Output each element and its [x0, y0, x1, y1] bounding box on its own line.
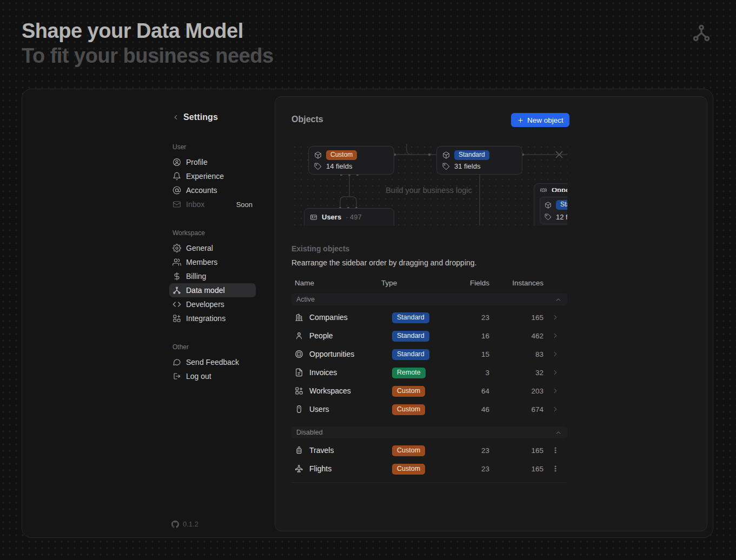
canvas-card-opportunities[interactable]: Opportunities Standard 12 fields	[534, 183, 567, 225]
sidebar-item-label: Members	[186, 258, 217, 266]
group-header-active[interactable]: Active	[291, 294, 567, 305]
type-badge: Remote	[392, 368, 426, 378]
object-name: Opportunities	[552, 188, 567, 192]
luggage-icon	[295, 446, 303, 455]
object-name: Users	[322, 213, 341, 221]
hero-subtitle: To fit your business needs	[22, 43, 274, 68]
object-name: People	[309, 331, 333, 340]
group-header-disabled[interactable]: Disabled	[291, 426, 567, 438]
table-row-people[interactable]: People Standard 16 462	[291, 326, 567, 345]
kebab-menu-icon[interactable]	[552, 465, 559, 472]
fields-count: 12 fields	[556, 213, 567, 221]
sidebar-item-data-model[interactable]: Data model	[169, 283, 256, 297]
canvas-card-users[interactable]: Users · 497	[304, 208, 394, 225]
table-row-companies[interactable]: Companies Standard 23 165	[291, 308, 567, 326]
sidebar-item-label: Send Feedback	[186, 358, 239, 366]
sidebar-item-general[interactable]: General	[169, 241, 256, 255]
sidebar-item-integrations[interactable]: Integrations	[169, 311, 256, 325]
plus-icon	[517, 117, 524, 124]
data-model-logo-icon	[691, 23, 712, 43]
table-row-flights[interactable]: Flights Custom 23 165	[291, 459, 567, 478]
objects-panel: Objects New object Build your business l…	[275, 96, 707, 531]
instances-count: 165	[489, 446, 543, 455]
sidebar-item-experience[interactable]: Experience	[169, 169, 256, 183]
kebab-menu-icon[interactable]	[552, 446, 559, 454]
object-name: Flights	[309, 464, 331, 473]
fields-count: 31 fields	[454, 162, 480, 170]
fields-count: 15	[450, 350, 489, 358]
chevron-right-icon[interactable]	[552, 369, 559, 376]
sidebar-section-user: User	[169, 143, 256, 151]
log-out-icon	[173, 372, 181, 381]
dollar-icon	[173, 272, 181, 281]
chevron-right-icon[interactable]	[552, 314, 559, 321]
type-badge: Standard	[454, 150, 489, 160]
settings-window: Settings User Profile Experience Account…	[22, 89, 713, 538]
data-model-canvas[interactable]: Build your business logic Custom 14 fiel…	[291, 144, 567, 225]
canvas-card-custom[interactable]: Custom 14 fields	[308, 146, 394, 175]
sidebar-item-billing[interactable]: Billing	[169, 269, 256, 283]
new-object-label: New object	[527, 116, 563, 124]
user-circle-icon	[173, 158, 181, 166]
tag-icon	[545, 214, 552, 221]
sidebar-item-profile[interactable]: Profile	[169, 155, 256, 169]
version-link[interactable]: 0.1.2	[171, 520, 198, 528]
fields-count: 23	[450, 314, 489, 322]
cube-icon	[545, 202, 552, 209]
type-badge: Custom	[392, 386, 425, 397]
sidebar-item-label: Integrations	[186, 314, 226, 323]
new-object-button[interactable]: New object	[511, 113, 569, 127]
target-icon	[295, 350, 303, 358]
object-name: Companies	[309, 313, 348, 322]
sidebar-item-label: Accounts	[186, 186, 217, 195]
github-icon	[171, 521, 179, 528]
instances-count: 83	[489, 350, 543, 358]
table-row-users[interactable]: Users Custom 46 674	[291, 400, 567, 418]
table-header: Name Type Fields Instances	[291, 276, 567, 290]
panel-title: Objects	[291, 115, 323, 124]
chevron-right-icon[interactable]	[552, 332, 559, 339]
type-badge: Standard	[392, 331, 429, 342]
file-text-icon	[295, 368, 303, 377]
gear-icon	[173, 244, 181, 252]
table-row-travels[interactable]: Travels Custom 23 165	[291, 441, 567, 459]
opportunities-subcard: Standard 12 fields	[540, 197, 567, 224]
sidebar-item-log-out[interactable]: Log out	[169, 369, 256, 383]
type-badge: Standard	[556, 200, 567, 210]
type-badge: Standard	[392, 349, 429, 360]
table-row-invoices[interactable]: Invoices Remote 3 32	[291, 363, 567, 382]
sidebar-item-developers[interactable]: Developers	[169, 297, 256, 311]
fields-count: 14 fields	[326, 162, 352, 170]
group-label: Active	[296, 296, 315, 303]
canvas-card-standard[interactable]: Standard 31 fields	[436, 146, 522, 175]
bell-icon	[173, 172, 181, 181]
type-badge: Custom	[326, 150, 357, 160]
sidebar-item-accounts[interactable]: Accounts	[169, 183, 256, 197]
sidebar-item-inbox: Inbox Soon	[169, 197, 256, 211]
sidebar-item-label: Inbox	[186, 200, 204, 209]
sidebar-item-members[interactable]: Members	[169, 255, 256, 269]
fields-count: 64	[450, 387, 489, 395]
instances-count: 674	[489, 405, 543, 414]
settings-back-button[interactable]: Settings	[169, 111, 256, 124]
instances-count: 165	[489, 314, 543, 322]
sidebar-item-send-feedback[interactable]: Send Feedback	[169, 355, 256, 369]
type-badge: Custom	[392, 404, 425, 415]
at-sign-icon	[173, 186, 181, 195]
chevron-up-icon[interactable]	[555, 429, 562, 436]
sidebar-item-label: Experience	[186, 172, 224, 181]
chevron-right-icon[interactable]	[552, 387, 559, 395]
table-row-opportunities[interactable]: Opportunities Standard 15 83	[291, 345, 567, 363]
chevron-up-icon[interactable]	[555, 296, 562, 303]
chevron-left-icon	[172, 114, 180, 121]
type-badge: Custom	[392, 464, 425, 475]
fields-count: 23	[450, 465, 489, 473]
fields-count: 16	[450, 332, 489, 340]
data-model-icon	[173, 286, 181, 295]
code-icon	[173, 300, 181, 309]
chevron-right-icon[interactable]	[552, 405, 559, 413]
chevron-right-icon[interactable]	[552, 350, 559, 358]
mail-icon	[173, 200, 181, 209]
table-row-workspaces[interactable]: Workspaces Custom 64 203	[291, 382, 567, 400]
instances-count: 203	[489, 387, 543, 395]
